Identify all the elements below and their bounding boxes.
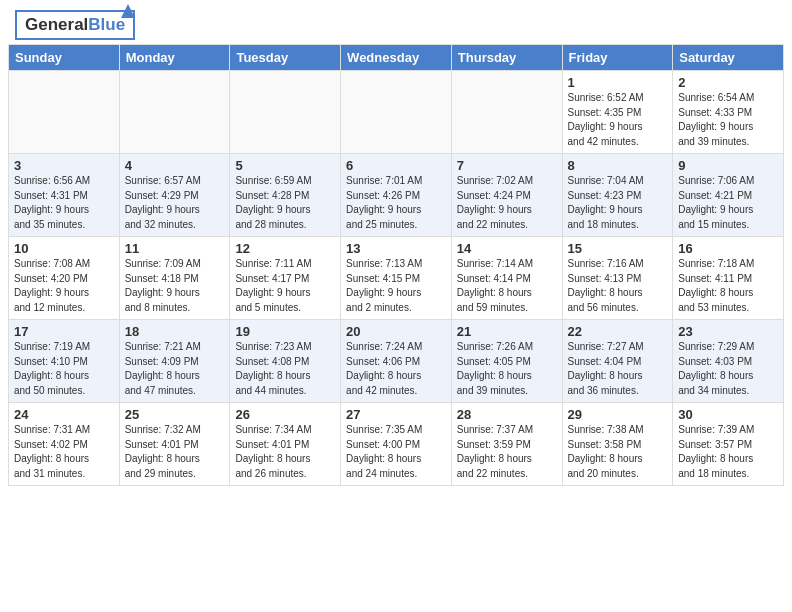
day-info: Sunrise: 7:23 AM Sunset: 4:08 PM Dayligh…: [235, 340, 335, 398]
day-number: 19: [235, 324, 335, 339]
calendar-cell: 20Sunrise: 7:24 AM Sunset: 4:06 PM Dayli…: [341, 320, 452, 403]
day-number: 25: [125, 407, 225, 422]
day-header-saturday: Saturday: [673, 45, 784, 71]
calendar-cell: 8Sunrise: 7:04 AM Sunset: 4:23 PM Daylig…: [562, 154, 673, 237]
calendar-cell: 13Sunrise: 7:13 AM Sunset: 4:15 PM Dayli…: [341, 237, 452, 320]
calendar-cell: 19Sunrise: 7:23 AM Sunset: 4:08 PM Dayli…: [230, 320, 341, 403]
day-number: 14: [457, 241, 557, 256]
day-number: 6: [346, 158, 446, 173]
day-info: Sunrise: 7:31 AM Sunset: 4:02 PM Dayligh…: [14, 423, 114, 481]
day-number: 10: [14, 241, 114, 256]
day-info: Sunrise: 6:52 AM Sunset: 4:35 PM Dayligh…: [568, 91, 668, 149]
calendar-cell: 30Sunrise: 7:39 AM Sunset: 3:57 PM Dayli…: [673, 403, 784, 486]
calendar-cell: 9Sunrise: 7:06 AM Sunset: 4:21 PM Daylig…: [673, 154, 784, 237]
day-info: Sunrise: 7:32 AM Sunset: 4:01 PM Dayligh…: [125, 423, 225, 481]
day-header-friday: Friday: [562, 45, 673, 71]
calendar-cell: [119, 71, 230, 154]
day-info: Sunrise: 6:57 AM Sunset: 4:29 PM Dayligh…: [125, 174, 225, 232]
calendar-cell: 5Sunrise: 6:59 AM Sunset: 4:28 PM Daylig…: [230, 154, 341, 237]
day-info: Sunrise: 7:11 AM Sunset: 4:17 PM Dayligh…: [235, 257, 335, 315]
day-number: 23: [678, 324, 778, 339]
day-number: 9: [678, 158, 778, 173]
calendar-cell: 26Sunrise: 7:34 AM Sunset: 4:01 PM Dayli…: [230, 403, 341, 486]
calendar-cell: 24Sunrise: 7:31 AM Sunset: 4:02 PM Dayli…: [9, 403, 120, 486]
day-number: 11: [125, 241, 225, 256]
day-info: Sunrise: 7:19 AM Sunset: 4:10 PM Dayligh…: [14, 340, 114, 398]
day-number: 7: [457, 158, 557, 173]
day-number: 3: [14, 158, 114, 173]
calendar-cell: 25Sunrise: 7:32 AM Sunset: 4:01 PM Dayli…: [119, 403, 230, 486]
day-number: 26: [235, 407, 335, 422]
day-info: Sunrise: 7:01 AM Sunset: 4:26 PM Dayligh…: [346, 174, 446, 232]
calendar-cell: 4Sunrise: 6:57 AM Sunset: 4:29 PM Daylig…: [119, 154, 230, 237]
day-info: Sunrise: 7:27 AM Sunset: 4:04 PM Dayligh…: [568, 340, 668, 398]
calendar-cell: 21Sunrise: 7:26 AM Sunset: 4:05 PM Dayli…: [451, 320, 562, 403]
calendar-cell: 15Sunrise: 7:16 AM Sunset: 4:13 PM Dayli…: [562, 237, 673, 320]
logo-arrow-icon: [121, 4, 135, 22]
day-info: Sunrise: 7:34 AM Sunset: 4:01 PM Dayligh…: [235, 423, 335, 481]
day-number: 2: [678, 75, 778, 90]
day-info: Sunrise: 7:29 AM Sunset: 4:03 PM Dayligh…: [678, 340, 778, 398]
day-number: 27: [346, 407, 446, 422]
calendar-cell: 14Sunrise: 7:14 AM Sunset: 4:14 PM Dayli…: [451, 237, 562, 320]
svg-marker-0: [121, 4, 135, 18]
day-info: Sunrise: 7:18 AM Sunset: 4:11 PM Dayligh…: [678, 257, 778, 315]
calendar-cell: 6Sunrise: 7:01 AM Sunset: 4:26 PM Daylig…: [341, 154, 452, 237]
calendar-cell: 1Sunrise: 6:52 AM Sunset: 4:35 PM Daylig…: [562, 71, 673, 154]
calendar-cell: 12Sunrise: 7:11 AM Sunset: 4:17 PM Dayli…: [230, 237, 341, 320]
day-number: 13: [346, 241, 446, 256]
day-info: Sunrise: 7:08 AM Sunset: 4:20 PM Dayligh…: [14, 257, 114, 315]
day-info: Sunrise: 6:54 AM Sunset: 4:33 PM Dayligh…: [678, 91, 778, 149]
calendar-cell: 29Sunrise: 7:38 AM Sunset: 3:58 PM Dayli…: [562, 403, 673, 486]
day-number: 16: [678, 241, 778, 256]
logo-general-text: General: [25, 15, 88, 35]
day-info: Sunrise: 7:06 AM Sunset: 4:21 PM Dayligh…: [678, 174, 778, 232]
calendar-container: SundayMondayTuesdayWednesdayThursdayFrid…: [0, 44, 792, 490]
day-info: Sunrise: 6:56 AM Sunset: 4:31 PM Dayligh…: [14, 174, 114, 232]
calendar-cell: 16Sunrise: 7:18 AM Sunset: 4:11 PM Dayli…: [673, 237, 784, 320]
day-number: 15: [568, 241, 668, 256]
day-number: 18: [125, 324, 225, 339]
day-number: 30: [678, 407, 778, 422]
day-info: Sunrise: 7:21 AM Sunset: 4:09 PM Dayligh…: [125, 340, 225, 398]
calendar-cell: 18Sunrise: 7:21 AM Sunset: 4:09 PM Dayli…: [119, 320, 230, 403]
day-header-thursday: Thursday: [451, 45, 562, 71]
day-number: 17: [14, 324, 114, 339]
day-info: Sunrise: 7:14 AM Sunset: 4:14 PM Dayligh…: [457, 257, 557, 315]
calendar-cell: 3Sunrise: 6:56 AM Sunset: 4:31 PM Daylig…: [9, 154, 120, 237]
day-number: 22: [568, 324, 668, 339]
calendar-cell: 28Sunrise: 7:37 AM Sunset: 3:59 PM Dayli…: [451, 403, 562, 486]
day-number: 29: [568, 407, 668, 422]
day-number: 1: [568, 75, 668, 90]
calendar-cell: 17Sunrise: 7:19 AM Sunset: 4:10 PM Dayli…: [9, 320, 120, 403]
day-info: Sunrise: 7:16 AM Sunset: 4:13 PM Dayligh…: [568, 257, 668, 315]
day-info: Sunrise: 7:02 AM Sunset: 4:24 PM Dayligh…: [457, 174, 557, 232]
day-info: Sunrise: 7:35 AM Sunset: 4:00 PM Dayligh…: [346, 423, 446, 481]
calendar-cell: 7Sunrise: 7:02 AM Sunset: 4:24 PM Daylig…: [451, 154, 562, 237]
day-info: Sunrise: 7:39 AM Sunset: 3:57 PM Dayligh…: [678, 423, 778, 481]
calendar-cell: 2Sunrise: 6:54 AM Sunset: 4:33 PM Daylig…: [673, 71, 784, 154]
calendar-cell: [341, 71, 452, 154]
calendar-cell: 10Sunrise: 7:08 AM Sunset: 4:20 PM Dayli…: [9, 237, 120, 320]
day-info: Sunrise: 7:13 AM Sunset: 4:15 PM Dayligh…: [346, 257, 446, 315]
day-header-sunday: Sunday: [9, 45, 120, 71]
day-header-tuesday: Tuesday: [230, 45, 341, 71]
day-header-wednesday: Wednesday: [341, 45, 452, 71]
day-info: Sunrise: 7:26 AM Sunset: 4:05 PM Dayligh…: [457, 340, 557, 398]
day-info: Sunrise: 7:24 AM Sunset: 4:06 PM Dayligh…: [346, 340, 446, 398]
day-info: Sunrise: 7:38 AM Sunset: 3:58 PM Dayligh…: [568, 423, 668, 481]
day-info: Sunrise: 6:59 AM Sunset: 4:28 PM Dayligh…: [235, 174, 335, 232]
day-number: 20: [346, 324, 446, 339]
calendar-cell: 11Sunrise: 7:09 AM Sunset: 4:18 PM Dayli…: [119, 237, 230, 320]
day-number: 24: [14, 407, 114, 422]
day-number: 21: [457, 324, 557, 339]
calendar-cell: [230, 71, 341, 154]
calendar-cell: 27Sunrise: 7:35 AM Sunset: 4:00 PM Dayli…: [341, 403, 452, 486]
day-number: 8: [568, 158, 668, 173]
day-header-monday: Monday: [119, 45, 230, 71]
logo-blue-text: Blue: [88, 15, 125, 35]
day-number: 5: [235, 158, 335, 173]
calendar-cell: 22Sunrise: 7:27 AM Sunset: 4:04 PM Dayli…: [562, 320, 673, 403]
day-info: Sunrise: 7:09 AM Sunset: 4:18 PM Dayligh…: [125, 257, 225, 315]
day-number: 12: [235, 241, 335, 256]
